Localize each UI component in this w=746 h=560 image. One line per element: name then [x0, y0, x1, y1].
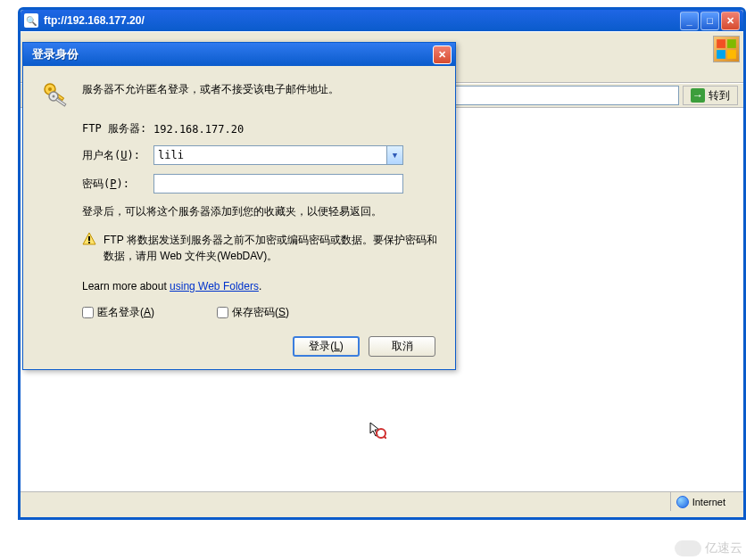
ie-titlebar: 🔍 ftp://192.168.177.20/ _ □ ✕	[21, 10, 743, 31]
cloud-icon	[675, 540, 701, 556]
username-input[interactable]	[154, 146, 386, 164]
svg-point-7	[48, 87, 52, 91]
window-title: ftp://192.168.177.20/	[44, 14, 678, 27]
svg-rect-12	[88, 236, 90, 241]
warning-icon	[82, 232, 96, 246]
status-left	[21, 492, 671, 511]
cursor-icon	[369, 421, 386, 443]
save-password-checkbox[interactable]: 保存密码(S)	[217, 305, 289, 320]
svg-rect-1	[727, 39, 736, 48]
maximize-button[interactable]: □	[700, 12, 719, 30]
username-combo[interactable]: ▼	[153, 145, 403, 165]
dialog-titlebar: 登录身份 ✕	[23, 43, 455, 66]
status-zone: Internet	[671, 496, 743, 508]
web-folders-link[interactable]: using Web Folders	[170, 280, 259, 292]
chevron-down-icon[interactable]: ▼	[386, 146, 402, 164]
status-zone-label: Internet	[692, 497, 725, 507]
server-value: 192.168.177.20	[153, 123, 403, 136]
dialog-close-button[interactable]: ✕	[433, 45, 452, 64]
keys-icon	[41, 80, 70, 109]
save-password-checkbox-input[interactable]	[217, 307, 228, 318]
password-input[interactable]	[153, 174, 403, 194]
login-dialog: 登录身份 ✕ 服务器不允许匿名登录，或者不接受该电子邮件地址。 FTP 服务器:…	[22, 42, 456, 370]
warning-text: FTP 将数据发送到服务器之前不加密或编码密码或数据。要保护密码和数据，请用 W…	[104, 232, 437, 264]
server-label: FTP 服务器:	[82, 121, 153, 136]
go-button[interactable]: → 转到	[683, 86, 738, 105]
dialog-message: 服务器不允许匿名登录，或者不接受该电子邮件地址。	[82, 80, 437, 109]
dialog-title: 登录身份	[32, 46, 433, 62]
svg-rect-0	[717, 39, 725, 48]
anonymous-login-checkbox[interactable]: 匿名登录(A)	[82, 305, 154, 320]
password-label: 密码(P):	[82, 177, 153, 192]
svg-rect-13	[88, 242, 90, 243]
watermark: 亿速云	[675, 540, 742, 556]
favorites-hint: 登录后，可以将这个服务器添加到您的收藏夹，以便轻易返回。	[82, 204, 437, 219]
security-warning: FTP 将数据发送到服务器之前不加密或编码密码或数据。要保护密码和数据，请用 W…	[82, 232, 437, 264]
learn-more-prefix: Learn more about	[82, 280, 170, 292]
svg-rect-3	[727, 50, 736, 59]
go-label: 转到	[709, 88, 730, 103]
windows-flag-icon	[713, 36, 740, 62]
anonymous-checkbox-input[interactable]	[82, 307, 94, 318]
internet-zone-icon	[676, 496, 689, 508]
login-form: FTP 服务器: 192.168.177.20 用户名(U): ▼ 密码(P):	[82, 121, 437, 194]
minimize-button[interactable]: _	[680, 12, 699, 30]
dialog-body: 服务器不允许匿名登录，或者不接受该电子邮件地址。 FTP 服务器: 192.16…	[23, 66, 455, 369]
learn-more: Learn more about using Web Folders.	[82, 280, 437, 292]
cancel-button[interactable]: 取消	[369, 336, 435, 357]
go-arrow-icon: →	[691, 88, 705, 103]
watermark-text: 亿速云	[705, 540, 742, 556]
checkbox-row: 匿名登录(A) 保存密码(S)	[82, 305, 437, 320]
svg-rect-2	[717, 50, 725, 59]
svg-point-10	[53, 95, 55, 98]
dialog-buttons: 登录(L) 取消	[41, 336, 435, 357]
login-button[interactable]: 登录(L)	[293, 336, 360, 357]
username-label: 用户名(U):	[82, 148, 153, 163]
svg-line-5	[384, 436, 386, 439]
ie-app-icon: 🔍	[24, 13, 38, 28]
status-bar: Internet	[21, 491, 743, 511]
window-close-button[interactable]: ✕	[721, 12, 740, 30]
